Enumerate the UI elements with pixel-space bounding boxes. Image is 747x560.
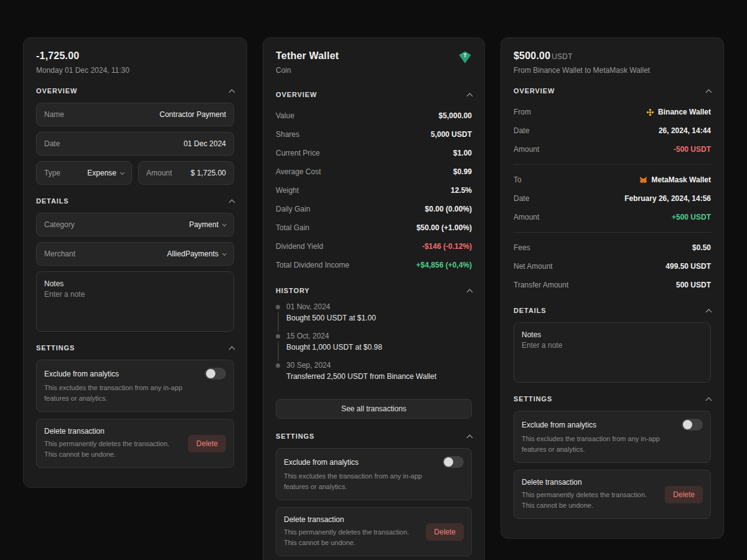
stat-label: Dividend Yield	[276, 242, 323, 251]
overview-section-header[interactable]: OVERVIEW	[514, 87, 711, 95]
settings-section-header[interactable]: SETTINGS	[514, 395, 711, 403]
history-text: Bought 1,000 USDT at $0.98	[286, 343, 472, 352]
field-label: Category	[44, 220, 75, 229]
chevron-up-icon	[229, 89, 235, 95]
from-amount-row: Amount -500 USDT	[514, 140, 711, 159]
transfer-amount-row: Transfer Amount 500 USDT	[514, 276, 711, 294]
delete-button[interactable]: Delete	[665, 486, 703, 503]
delete-transaction-title: Delete transaction	[44, 427, 169, 436]
stat-label: Total Gain	[276, 223, 309, 232]
merchant-dropdown[interactable]: Merchant AlliedPayments	[36, 242, 234, 266]
notes-label: Notes	[44, 279, 226, 288]
exclude-analytics-toggle[interactable]	[682, 419, 703, 431]
stat-value: $5,000.00	[439, 111, 472, 120]
to-row: To MetaMask Wallet	[514, 170, 711, 189]
svg-text:T: T	[463, 53, 466, 58]
see-all-transactions-button[interactable]: See all transactions	[276, 399, 472, 419]
details-section-header[interactable]: DETAILS	[36, 197, 234, 205]
field-value: AlliedPayments	[167, 250, 218, 258]
stat-row-total-gain: Total Gain $50.00 (+1.00%)	[276, 218, 472, 237]
delete-desc-line1: This permanently deletes the transaction…	[522, 491, 647, 498]
stat-value-positive: +$4,856 (+0,4%)	[416, 261, 472, 269]
stat-label: Transfer Amount	[514, 281, 568, 289]
chevron-up-icon	[706, 397, 712, 403]
exclude-analytics-desc: This excludes the transaction from any i…	[284, 471, 438, 492]
exclude-analytics-toggle[interactable]	[443, 456, 464, 468]
chevron-up-icon	[706, 309, 712, 315]
overview-section-header[interactable]: OVERVIEW	[276, 91, 472, 98]
exclude-analytics-toggle[interactable]	[205, 368, 226, 380]
delete-desc-line2: This cannot be undone.	[284, 539, 355, 546]
stat-value: $0.00 (0.00%)	[425, 205, 472, 213]
field-value: Payment	[189, 220, 218, 229]
transaction-amount-title: -1,725.00	[36, 50, 234, 62]
delete-transaction-title: Delete transaction	[522, 478, 647, 487]
section-label: SETTINGS	[36, 344, 75, 352]
notes-input[interactable]	[44, 290, 226, 325]
stat-label: Total Dividend Income	[276, 261, 349, 269]
stat-value: $50.00 (+1.00%)	[416, 223, 472, 232]
from-wallet-name: Binance Wallet	[658, 108, 711, 116]
stat-value: $0.50	[692, 243, 711, 252]
tether-wallet-panel: Tether Wallet Coin T OVERVIEW Value $5,0…	[263, 37, 485, 560]
stat-value: 5,000 USDT	[431, 130, 472, 139]
delete-transaction-desc: This permanently deletes the transaction…	[522, 490, 647, 511]
delete-transaction-box: Delete transaction This permanently dele…	[276, 507, 472, 556]
stat-value: 26, 2024, 14:44	[659, 126, 711, 135]
stat-row-daily-gain: Daily Gain $0.00 (0.00%)	[276, 200, 472, 218]
delete-desc-line2: This cannot be undone.	[522, 502, 593, 509]
stat-value: $0.99	[453, 167, 472, 176]
section-label: OVERVIEW	[36, 87, 77, 95]
delete-button[interactable]: Delete	[426, 523, 464, 541]
amount-field[interactable]: Amount $ 1,725.00	[138, 161, 234, 185]
notes-input[interactable]	[522, 341, 703, 376]
toggle-knob	[206, 369, 215, 378]
overview-section-header[interactable]: OVERVIEW	[36, 87, 234, 95]
delete-button[interactable]: Delete	[188, 435, 226, 452]
stat-label: Current Price	[276, 149, 320, 157]
stat-value: $1.00	[453, 149, 472, 157]
stat-label: Value	[276, 111, 294, 120]
history-date: 30 Sep, 2024	[286, 361, 472, 370]
delete-desc-line1: This permanently deletes the transaction…	[284, 528, 409, 536]
stat-label: Daily Gain	[276, 205, 310, 213]
history-text: Bought 500 USDT at $1.00	[286, 314, 472, 322]
name-field[interactable]: Name Contractor Payment	[36, 103, 234, 126]
metamask-wallet-icon	[639, 176, 647, 184]
chevron-down-icon	[222, 251, 227, 255]
delete-transaction-content: Delete transaction This permanently dele…	[284, 515, 409, 548]
transfer-currency: USDT	[552, 52, 572, 61]
section-label: HISTORY	[276, 287, 310, 294]
chevron-up-icon	[467, 93, 473, 99]
stat-label: Amount	[514, 145, 539, 154]
stat-label: Amount	[514, 213, 539, 222]
wallet-header: Tether Wallet Coin	[276, 50, 339, 75]
details-section-header[interactable]: DETAILS	[514, 307, 711, 314]
notes-field: Notes	[36, 271, 234, 332]
net-amount-row: Net Amount 499.50 USDT	[514, 257, 711, 276]
field-label: Name	[44, 110, 64, 119]
exclude-analytics-box: Exclude from analytics This excludes the…	[514, 411, 711, 463]
field-value: Expense	[87, 169, 116, 177]
to-date-row: Date February 26, 2024, 14:56	[514, 189, 711, 208]
wallet-subtitle: Coin	[276, 66, 339, 75]
field-value: $ 1,725.00	[190, 169, 226, 177]
date-field[interactable]: Date 01 Dec 2024	[36, 132, 234, 156]
delete-transaction-desc: This permanently deletes the transaction…	[44, 439, 169, 460]
field-value: 01 Dec 2024	[184, 139, 226, 148]
settings-section-header[interactable]: SETTINGS	[276, 432, 472, 440]
transaction-detail-panel: -1,725.00 Monday 01 Dec 2024, 11:30 OVER…	[23, 37, 247, 488]
section-label: DETAILS	[514, 307, 547, 314]
stat-label: Shares	[276, 130, 299, 139]
stat-label: Net Amount	[514, 262, 553, 271]
exclude-analytics-box: Exclude from analytics This excludes the…	[276, 448, 472, 500]
exclude-analytics-desc: This excludes the transaction from any i…	[44, 383, 199, 404]
category-dropdown[interactable]: Category Payment	[36, 213, 234, 236]
history-item: 30 Sep, 2024 Transferred 2,500 USDT from…	[276, 361, 472, 390]
chevron-down-icon	[120, 170, 125, 174]
stat-row-value: Value $5,000.00	[276, 106, 472, 125]
history-section-header[interactable]: HISTORY	[276, 287, 472, 294]
stat-row-dividend-yield: Dividend Yield -$146 (-0.12%)	[276, 237, 472, 256]
settings-section-header[interactable]: SETTINGS	[36, 344, 234, 352]
type-dropdown[interactable]: Type Expense	[36, 161, 132, 185]
